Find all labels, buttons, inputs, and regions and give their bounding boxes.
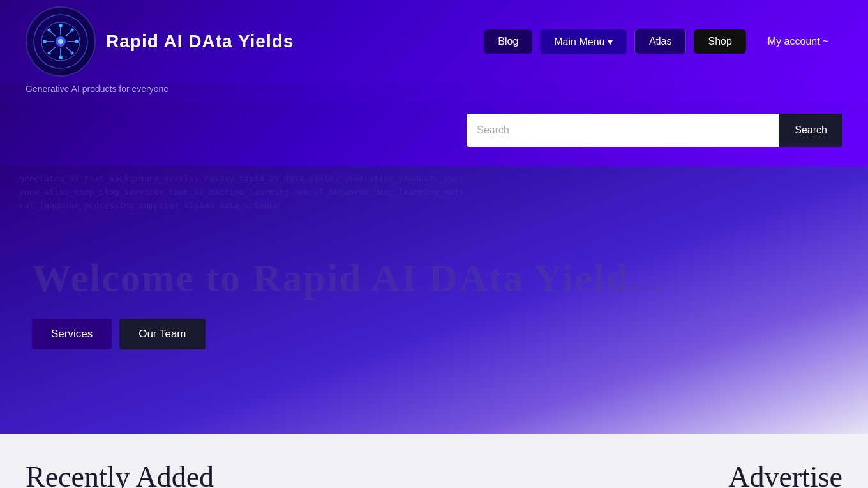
blog-button[interactable]: Blog (484, 29, 532, 54)
recently-added-title: Recently Added (26, 460, 587, 488)
search-button[interactable]: Search (779, 114, 842, 147)
services-button[interactable]: Services (32, 319, 112, 349)
svg-point-14 (59, 24, 63, 27)
shop-button[interactable]: Shop (694, 29, 745, 54)
subtitle-text: Generative AI products for everyone (26, 84, 168, 94)
my-account-button[interactable]: My account ~ (754, 29, 842, 54)
our-team-button[interactable]: Our Team (119, 319, 205, 349)
svg-point-11 (58, 39, 63, 44)
svg-point-17 (71, 29, 74, 32)
svg-point-15 (59, 56, 63, 59)
svg-point-16 (48, 29, 51, 32)
brand-title: Rapid AI DAta Yields (106, 31, 294, 52)
svg-point-18 (48, 52, 51, 55)
search-input[interactable] (467, 114, 779, 147)
svg-point-12 (43, 40, 47, 43)
atlas-button[interactable]: Atlas (634, 29, 687, 54)
advertise-title: Advertise (625, 460, 842, 488)
hero-bg-text: generated_ai_text_background_overlay_rai… (19, 172, 466, 212)
top-header: Rapid AI DAta Yields Blog Main Menu ▾ At… (0, 0, 868, 83)
bottom-section: Recently Added ‹ › Advertise Would you l… (0, 434, 868, 488)
main-menu-button[interactable]: Main Menu ▾ (540, 29, 627, 54)
logo (26, 6, 96, 77)
recently-added-area: Recently Added ‹ › (26, 460, 587, 488)
account-label: My account (768, 36, 820, 47)
search-area: Search (0, 101, 868, 166)
brand-area: Rapid AI DAta Yields (26, 6, 294, 77)
hero-title: Welcome to Rapid AI DAta Yield... (32, 255, 836, 301)
hero-buttons: Services Our Team (32, 319, 836, 349)
svg-point-13 (75, 40, 79, 43)
main-menu-chevron-icon: ▾ (608, 36, 613, 47)
hero-section: generated_ai_text_background_overlay_rai… (0, 166, 868, 434)
account-chevron-icon: ~ (823, 36, 828, 47)
nav-area: Blog Main Menu ▾ Atlas Shop My account ~ (484, 29, 842, 54)
svg-point-19 (71, 52, 74, 55)
advertise-area: Advertise Would you like to get featured… (625, 460, 842, 488)
main-menu-label: Main Menu (554, 36, 604, 47)
subtitle-area: Generative AI products for everyone (0, 83, 868, 101)
